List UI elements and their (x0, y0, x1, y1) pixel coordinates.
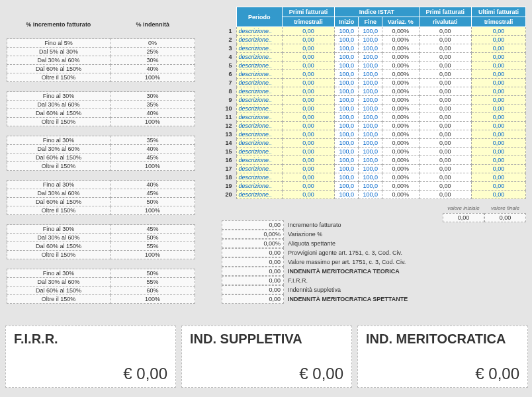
fine-cell[interactable]: 100,0 (359, 139, 382, 148)
valore-iniziale[interactable]: 0,00 (443, 213, 484, 222)
increment-cell[interactable]: 45% (111, 225, 195, 234)
increment-cell[interactable]: Dal 30% al 60% (7, 234, 111, 242)
periodo-desc[interactable]: descrizione.. (236, 27, 283, 36)
periodo-desc[interactable]: descrizione.. (236, 70, 283, 79)
increment-cell[interactable]: Oltre il 150% (7, 206, 111, 215)
inizio-cell[interactable]: 100,0 (335, 122, 359, 130)
primi-fatt-cell[interactable]: 0,00 (283, 113, 335, 122)
ultimi-fatt-cell[interactable]: 0,00 (471, 173, 525, 182)
increment-cell[interactable]: 35% (111, 136, 195, 145)
ultimi-fatt-cell[interactable]: 0,00 (471, 44, 525, 53)
periodo-desc[interactable]: descrizione.. (236, 79, 283, 87)
increment-cell[interactable]: 40% (111, 65, 195, 73)
primi-fatt-cell[interactable]: 0,00 (283, 62, 335, 70)
inizio-cell[interactable]: 100,0 (335, 62, 359, 70)
ultimi-fatt-cell[interactable]: 0,00 (471, 87, 525, 96)
increment-cell[interactable]: 50% (111, 198, 195, 206)
periodo-desc[interactable]: descrizione.. (236, 130, 283, 139)
primi-fatt-cell[interactable]: 0,00 (283, 70, 335, 79)
increment-cell[interactable]: 0% (111, 39, 195, 48)
ultimi-fatt-cell[interactable]: 0,00 (471, 130, 525, 139)
increment-cell[interactable]: 50% (111, 269, 195, 278)
ultimi-fatt-cell[interactable]: 0,00 (471, 148, 525, 156)
primi-fatt-cell[interactable]: 0,00 (283, 105, 335, 113)
primi-fatt-cell[interactable]: 0,00 (283, 139, 335, 148)
inizio-cell[interactable]: 100,0 (335, 182, 359, 191)
ultimi-fatt-cell[interactable]: 0,00 (471, 182, 525, 191)
increment-cell[interactable]: Oltre il 150% (7, 118, 111, 126)
increment-cell[interactable]: 100% (111, 73, 195, 82)
inizio-cell[interactable]: 100,0 (335, 105, 359, 113)
fine-cell[interactable]: 100,0 (359, 87, 382, 96)
inizio-cell[interactable]: 100,0 (335, 79, 359, 87)
increment-cell[interactable]: 50% (111, 234, 195, 242)
periodo-desc[interactable]: descrizione.. (236, 87, 283, 96)
increment-cell[interactable]: 35% (111, 101, 195, 109)
primi-fatt-cell[interactable]: 0,00 (283, 36, 335, 44)
increment-cell[interactable]: Dal 30% al 60% (7, 56, 111, 65)
primi-fatt-cell[interactable]: 0,00 (283, 44, 335, 53)
increment-cell[interactable]: Oltre il 150% (7, 73, 111, 82)
fine-cell[interactable]: 100,0 (359, 182, 382, 191)
fine-cell[interactable]: 100,0 (359, 156, 382, 165)
increment-cell[interactable]: 30% (111, 56, 195, 65)
increment-cell[interactable]: 100% (111, 206, 195, 215)
primi-fatt-cell[interactable]: 0,00 (283, 130, 335, 139)
increment-cell[interactable]: 100% (111, 295, 195, 304)
primi-fatt-cell[interactable]: 0,00 (283, 27, 335, 36)
increment-cell[interactable]: Fino al 5% (7, 39, 111, 48)
increment-cell[interactable]: 100% (111, 118, 195, 126)
fine-cell[interactable]: 100,0 (359, 173, 382, 182)
primi-fatt-cell[interactable]: 0,00 (283, 53, 335, 62)
increment-cell[interactable]: 55% (111, 242, 195, 251)
primi-fatt-cell[interactable]: 0,00 (283, 165, 335, 173)
increment-cell[interactable]: 45% (111, 154, 195, 162)
increment-cell[interactable]: Dal 30% al 60% (7, 278, 111, 287)
fine-cell[interactable]: 100,0 (359, 36, 382, 44)
increment-cell[interactable]: Dal 30% al 60% (7, 189, 111, 198)
ultimi-fatt-cell[interactable]: 0,00 (471, 105, 525, 113)
increment-cell[interactable]: Dal 60% al 150% (7, 287, 111, 295)
increment-cell[interactable]: Dal 60% al 150% (7, 198, 111, 206)
increment-cell[interactable]: 40% (111, 109, 195, 118)
increment-cell[interactable]: 60% (111, 287, 195, 295)
increment-cell[interactable]: Fino al 30% (7, 269, 111, 278)
primi-fatt-cell[interactable]: 0,00 (283, 156, 335, 165)
fine-cell[interactable]: 100,0 (359, 27, 382, 36)
increment-cell[interactable]: Oltre il 150% (7, 162, 111, 171)
inizio-cell[interactable]: 100,0 (335, 70, 359, 79)
ultimi-fatt-cell[interactable]: 0,00 (471, 156, 525, 165)
inizio-cell[interactable]: 100,0 (335, 165, 359, 173)
inizio-cell[interactable]: 100,0 (335, 96, 359, 105)
increment-cell[interactable]: Oltre il 150% (7, 251, 111, 259)
ultimi-fatt-cell[interactable]: 0,00 (471, 79, 525, 87)
increment-cell[interactable]: 45% (111, 189, 195, 198)
inizio-cell[interactable]: 100,0 (335, 156, 359, 165)
periodo-desc[interactable]: descrizione.. (236, 53, 283, 62)
primi-fatt-cell[interactable]: 0,00 (283, 148, 335, 156)
fine-cell[interactable]: 100,0 (359, 191, 382, 199)
ultimi-fatt-cell[interactable]: 0,00 (471, 96, 525, 105)
primi-fatt-cell[interactable]: 0,00 (283, 182, 335, 191)
increment-cell[interactable]: 25% (111, 48, 195, 56)
increment-cell[interactable]: Fino al 30% (7, 225, 111, 234)
periodo-desc[interactable]: descrizione.. (236, 191, 283, 199)
increment-cell[interactable]: Dal 60% al 150% (7, 154, 111, 162)
primi-fatt-cell[interactable]: 0,00 (283, 122, 335, 130)
periodo-desc[interactable]: descrizione.. (236, 122, 283, 130)
increment-cell[interactable]: Dal 60% al 150% (7, 109, 111, 118)
increment-cell[interactable]: Dal 30% al 60% (7, 145, 111, 154)
fine-cell[interactable]: 100,0 (359, 148, 382, 156)
inizio-cell[interactable]: 100,0 (335, 148, 359, 156)
inizio-cell[interactable]: 100,0 (335, 113, 359, 122)
fine-cell[interactable]: 100,0 (359, 62, 382, 70)
fine-cell[interactable]: 100,0 (359, 113, 382, 122)
increment-cell[interactable]: Dal 5% al 30% (7, 48, 111, 56)
periodo-desc[interactable]: descrizione.. (236, 148, 283, 156)
periodo-desc[interactable]: descrizione.. (236, 173, 283, 182)
primi-fatt-cell[interactable]: 0,00 (283, 96, 335, 105)
increment-cell[interactable]: 100% (111, 162, 195, 171)
periodo-desc[interactable]: descrizione.. (236, 165, 283, 173)
inizio-cell[interactable]: 100,0 (335, 44, 359, 53)
fine-cell[interactable]: 100,0 (359, 44, 382, 53)
